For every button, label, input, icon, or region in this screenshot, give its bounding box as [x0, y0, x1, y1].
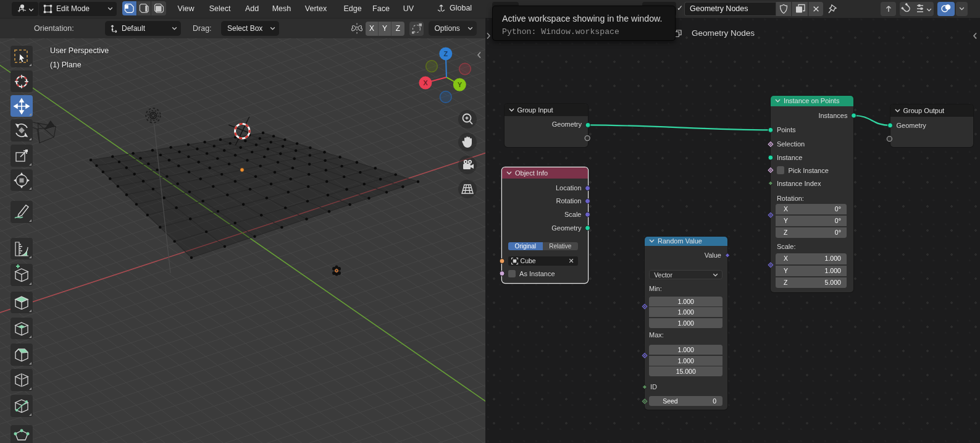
svg-text:Y: Y [458, 81, 463, 88]
svg-text:X: X [423, 79, 428, 86]
svg-text:Z: Z [443, 50, 448, 57]
